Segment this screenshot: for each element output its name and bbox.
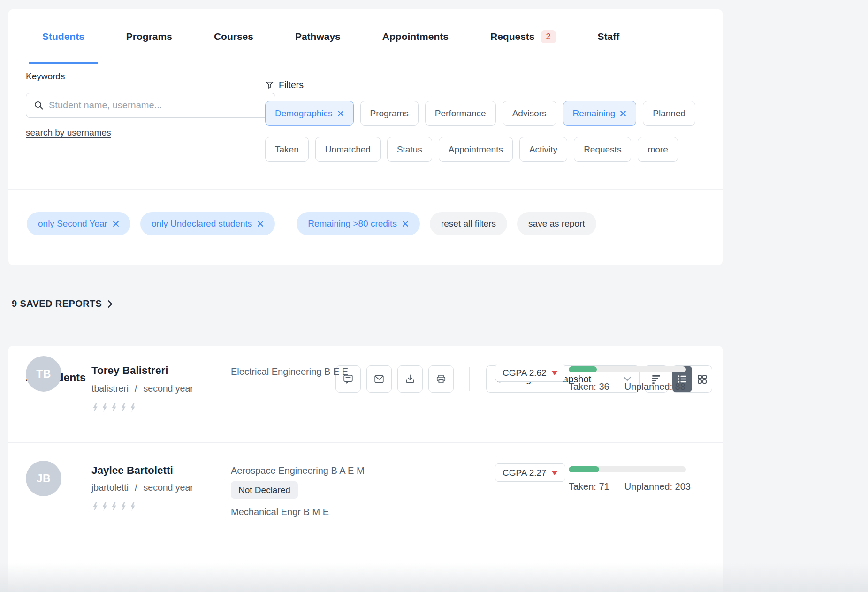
filter-chip-appointments[interactable]: Appointments — [439, 137, 513, 162]
student-username: jbartoletti — [91, 482, 129, 493]
tab-programs[interactable]: Programs — [113, 9, 185, 64]
cgpa-badge[interactable]: CGPA 2.27 — [495, 463, 565, 482]
taken-count: Taken: 71 — [569, 481, 609, 492]
chip-label: Appointments — [449, 144, 503, 155]
tab-appointments[interactable]: Appointments — [369, 9, 462, 64]
filter-chip-requests[interactable]: Requests — [574, 137, 631, 162]
funnel-icon — [265, 81, 274, 90]
chip-label: Planned — [653, 108, 685, 119]
filter-chip-activity[interactable]: Activity — [519, 137, 567, 162]
close-icon[interactable] — [620, 110, 626, 117]
tab-label: Requests — [490, 31, 535, 42]
avatar: JB — [26, 461, 61, 496]
filter-chip-taken[interactable]: Taken — [265, 137, 309, 162]
subline-separator: / — [135, 383, 137, 394]
bolt-icon — [111, 502, 117, 511]
results-card: 28 students — [8, 346, 723, 592]
student-search-box — [26, 93, 275, 118]
close-icon[interactable] — [402, 220, 409, 227]
close-icon[interactable] — [337, 110, 344, 117]
requests-count-badge: 2 — [541, 30, 556, 43]
bolt-icon — [130, 403, 136, 412]
filter-chip-advisors[interactable]: Advisors — [503, 101, 556, 126]
progress-bar-fill — [569, 466, 599, 472]
filter-chips-row-1: Demographics Programs Performance Adviso… — [265, 101, 695, 126]
bolt-icon — [130, 502, 136, 511]
filter-chip-planned[interactable]: Planned — [643, 101, 695, 126]
chip-label: Taken — [275, 144, 299, 155]
filter-chip-unmatched[interactable]: Unmatched — [315, 137, 381, 162]
applied-filter-undeclared[interactable]: only Undeclared students — [140, 212, 275, 235]
student-secondary-program: Mechanical Engr B M E — [231, 507, 329, 517]
activity-bolt-icons — [92, 403, 136, 412]
student-search-input[interactable] — [49, 100, 267, 111]
student-year: second year — [144, 482, 193, 493]
student-row[interactable]: JB Jaylee Bartoletti jbartoletti / secon… — [8, 443, 723, 584]
progress-stats: Taken: 36 Unplanned: 88 — [569, 381, 685, 392]
close-icon[interactable] — [257, 220, 264, 227]
applied-filter-label: Remaining >80 credits — [308, 219, 397, 229]
chip-label: Requests — [584, 144, 621, 155]
bolt-icon — [102, 502, 107, 511]
tab-label: Appointments — [382, 31, 449, 42]
applied-filter-remaining-credits[interactable]: Remaining >80 credits — [297, 212, 420, 235]
student-row[interactable]: TB Torey Balistreri tbalistreri / second… — [8, 346, 723, 443]
saved-reports-label: 9 SAVED REPORTS — [12, 298, 102, 309]
filter-chip-performance[interactable]: Performance — [425, 101, 496, 126]
filter-chip-more[interactable]: more — [638, 137, 678, 162]
cgpa-down-triangle-icon — [551, 371, 558, 375]
save-as-report-button[interactable]: save as report — [517, 212, 596, 235]
student-program: Aerospace Engineering B A E M — [231, 465, 365, 476]
taken-count: Taken: 36 — [569, 381, 609, 392]
filters-card: Students Programs Courses Pathways Appoi… — [8, 9, 723, 265]
saved-reports-toggle[interactable]: 9 SAVED REPORTS — [12, 298, 113, 309]
reset-all-filters-button[interactable]: reset all filters — [430, 212, 507, 235]
chevron-right-icon — [107, 300, 113, 308]
cgpa-value: CGPA 2.27 — [503, 468, 547, 478]
search-by-usernames-link[interactable]: search by usernames — [26, 128, 111, 138]
student-subline: tbalistreri / second year — [91, 383, 193, 394]
applied-filter-label: only Undeclared students — [152, 219, 252, 229]
tab-label: Staff — [598, 31, 620, 42]
filters-label: Filters — [279, 80, 304, 91]
close-icon[interactable] — [113, 220, 119, 227]
bolt-icon — [102, 403, 107, 412]
chip-label: Remaining — [573, 108, 616, 119]
student-subline: jbartoletti / second year — [91, 482, 193, 493]
applied-filter-second-year[interactable]: only Second Year — [27, 212, 130, 235]
tab-label: Programs — [126, 31, 172, 42]
tab-pathways[interactable]: Pathways — [282, 9, 354, 64]
tab-label: Students — [42, 31, 84, 42]
tab-staff[interactable]: Staff — [585, 9, 633, 64]
cgpa-down-triangle-icon — [551, 471, 558, 475]
filters-heading: Filters — [265, 80, 304, 91]
bolt-icon — [121, 403, 126, 412]
not-declared-badge: Not Declared — [231, 481, 298, 499]
filter-chip-remaining[interactable]: Remaining — [563, 101, 637, 126]
subline-separator: / — [135, 482, 137, 493]
chip-label: Status — [397, 144, 422, 155]
avatar: TB — [26, 356, 61, 392]
tab-courses[interactable]: Courses — [201, 9, 266, 64]
filter-chip-status[interactable]: Status — [387, 137, 432, 162]
keywords-label: Keywords — [26, 71, 65, 82]
student-name[interactable]: Torey Balistreri — [91, 364, 168, 377]
filter-chip-programs[interactable]: Programs — [360, 101, 419, 126]
cgpa-badge[interactable]: CGPA 2.62 — [495, 364, 565, 382]
progress-bar — [569, 466, 686, 472]
student-username: tbalistreri — [91, 383, 129, 394]
chip-label: Activity — [529, 144, 557, 155]
tab-requests[interactable]: Requests 2 — [477, 9, 569, 64]
activity-bolt-icons — [92, 502, 136, 511]
student-program: Electrical Engineering B E E — [231, 366, 348, 377]
bolt-icon — [121, 502, 126, 511]
tab-students[interactable]: Students — [29, 9, 98, 64]
unplanned-count: Unplanned: 203 — [624, 481, 691, 492]
student-name[interactable]: Jaylee Bartoletti — [91, 464, 173, 477]
filter-chip-demographics[interactable]: Demographics — [265, 101, 354, 126]
chip-label: Unmatched — [325, 144, 371, 155]
unplanned-count: Unplanned: 88 — [624, 381, 685, 392]
search-icon — [34, 100, 44, 110]
student-year: second year — [144, 383, 193, 394]
panel-divider — [8, 189, 723, 190]
